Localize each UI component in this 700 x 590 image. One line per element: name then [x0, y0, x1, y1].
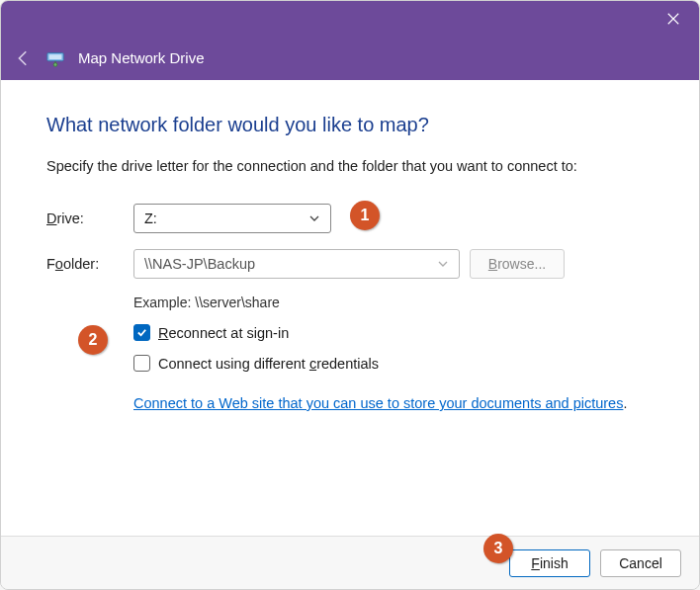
titlebar	[1, 1, 699, 36]
close-button[interactable]	[659, 7, 687, 31]
back-arrow-icon	[15, 49, 33, 67]
chevron-down-icon	[437, 258, 449, 270]
svg-rect-1	[49, 54, 62, 59]
reconnect-label: Reconnect at sign-in	[158, 325, 289, 341]
credentials-checkbox[interactable]	[133, 355, 150, 372]
drive-value: Z:	[144, 211, 157, 226]
finish-button[interactable]: Finish	[509, 549, 590, 577]
chevron-down-icon	[308, 212, 320, 224]
folder-value: \\NAS-JP\Backup	[144, 256, 255, 272]
annotation-badge-1: 1	[350, 201, 380, 230]
credentials-row: Connect using different credentials	[133, 355, 654, 372]
website-link-row: Connect to a Web site that you can use t…	[133, 385, 654, 411]
example-text: Example: \\server\share	[133, 295, 654, 310]
folder-label: Foolder:	[46, 256, 133, 272]
page-heading: What network folder would you like to ma…	[46, 114, 654, 136]
annotation-badge-3: 3	[483, 534, 513, 563]
drive-select[interactable]: Z:	[133, 204, 331, 233]
website-link[interactable]: Connect to a Web site that you can use t…	[133, 395, 623, 411]
reconnect-row: Reconnect at sign-in	[133, 324, 654, 341]
reconnect-checkbox[interactable]	[133, 324, 150, 341]
window-title: Map Network Drive	[78, 49, 205, 66]
header: Map Network Drive	[1, 36, 699, 80]
close-icon	[666, 12, 680, 26]
annotation-badge-2: 2	[78, 325, 108, 355]
browse-button: Browse...	[470, 249, 565, 279]
cancel-button[interactable]: Cancel	[600, 549, 681, 577]
instruction-text: Specify the drive letter for the connect…	[46, 158, 654, 174]
credentials-label: Connect using different credentials	[158, 356, 379, 372]
content-area: What network folder would you like to ma…	[1, 80, 699, 538]
folder-row: Foolder: \\NAS-JP\Backup Browse...	[46, 249, 654, 279]
back-button[interactable]	[15, 49, 33, 67]
folder-input[interactable]: \\NAS-JP\Backup	[133, 249, 460, 279]
svg-point-2	[53, 62, 57, 66]
drive-label: Drive:	[46, 211, 133, 226]
check-icon	[136, 327, 147, 338]
footer: 3 Finish Cancel	[1, 536, 699, 589]
network-drive-icon	[44, 47, 66, 69]
